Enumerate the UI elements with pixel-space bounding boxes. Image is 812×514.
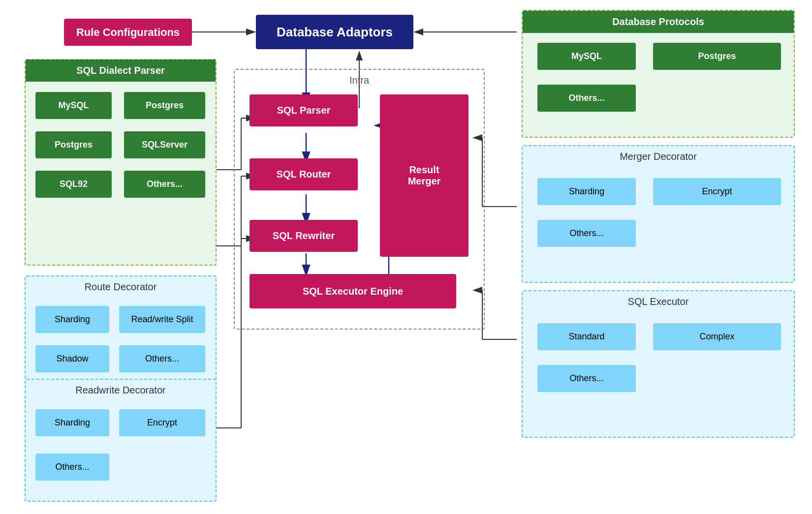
merger-decorator-header: Merger Decorator	[523, 151, 794, 162]
sql-executor-right-header: SQL Executor	[523, 296, 794, 307]
route-decorator-header: Route Decorator	[26, 281, 216, 293]
sql-executor-right-section: SQL Executor Standard Complex Others...	[522, 290, 795, 438]
executor-complex: Complex	[653, 323, 781, 350]
infra-label: Infra	[349, 75, 369, 86]
merger-decorator-label: Merger Decorator	[620, 151, 697, 162]
db-protocols-postgres: Postgres	[653, 43, 781, 70]
rw-sharding: Sharding	[35, 409, 109, 436]
sql-rewriter-label: SQL Rewriter	[273, 230, 335, 242]
db-adaptors-label: Database Adaptors	[277, 25, 393, 40]
route-shadow: Shadow	[35, 345, 109, 372]
sql-dialect-header: SQL Dialect Parser	[26, 60, 216, 82]
sql-executor-engine-box: SQL Executor Engine	[250, 274, 456, 308]
db-protocols-others: Others...	[537, 85, 636, 112]
db-protocols-postgres-label: Postgres	[698, 51, 736, 61]
readwrite-decorator-label: Readwrite Decorator	[75, 385, 165, 396]
sql-router-box: SQL Router	[250, 158, 358, 190]
db-protocols-mysql-label: MySQL	[571, 51, 602, 61]
sql-parser-label: SQL Parser	[277, 105, 331, 116]
sql-dialect-label: SQL Dialect Parser	[76, 65, 165, 76]
route-readwrite-split: Read/write Split	[119, 306, 205, 333]
sql-dialect-section: SQL Dialect Parser MySQL Postgres Postgr…	[25, 59, 217, 266]
merger-others: Others...	[537, 220, 636, 247]
infra-container: Infra SQL Parser SQL Router SQL Rewriter…	[234, 69, 485, 330]
sql-executor-engine-label: SQL Executor Engine	[303, 286, 403, 297]
rule-config-label: Rule Configurations	[76, 26, 180, 39]
sql-dialect-mysql: MySQL	[35, 92, 112, 119]
route-decorator-label: Route Decorator	[85, 281, 157, 293]
readwrite-decorator-section: Readwrite Decorator Sharding Encrypt Oth…	[25, 379, 217, 502]
sql-parser-box: SQL Parser	[250, 94, 358, 126]
db-protocols-others-label: Others...	[568, 93, 604, 103]
result-merger-label: Result Merger	[408, 164, 441, 187]
sql-dialect-sqlserver: SQLServer	[124, 131, 205, 158]
executor-others: Others...	[537, 365, 636, 392]
executor-standard: Standard	[537, 323, 636, 350]
rw-encrypt: Encrypt	[119, 409, 205, 436]
sql-router-label: SQL Router	[277, 169, 331, 180]
db-protocols-header: Database Protocols	[523, 11, 794, 33]
route-others: Others...	[119, 345, 205, 372]
merger-encrypt: Encrypt	[653, 178, 781, 205]
sql-dialect-postgres2: Postgres	[35, 131, 112, 158]
merger-decorator-section: Merger Decorator Sharding Encrypt Others…	[522, 145, 795, 283]
db-protocols-mysql: MySQL	[537, 43, 636, 70]
diagram-container: Rule Configurations Database Adaptors SQ…	[0, 0, 812, 514]
sql-dialect-postgres1: Postgres	[124, 92, 205, 119]
route-sharding: Sharding	[35, 306, 109, 333]
sql-dialect-others: Others...	[124, 171, 205, 198]
result-merger-box: Result Merger	[380, 94, 468, 257]
sql-dialect-sql92: SQL92	[35, 171, 112, 198]
sql-rewriter-box: SQL Rewriter	[250, 220, 358, 252]
sql-executor-right-label: SQL Executor	[628, 296, 689, 307]
rw-others: Others...	[35, 454, 109, 481]
rule-config-box: Rule Configurations	[64, 19, 192, 46]
db-protocols-label: Database Protocols	[612, 16, 704, 28]
readwrite-decorator-header: Readwrite Decorator	[26, 385, 216, 396]
db-adaptors-box: Database Adaptors	[256, 15, 413, 49]
merger-sharding: Sharding	[537, 178, 636, 205]
db-protocols-section: Database Protocols MySQL Postgres Others…	[522, 10, 795, 138]
